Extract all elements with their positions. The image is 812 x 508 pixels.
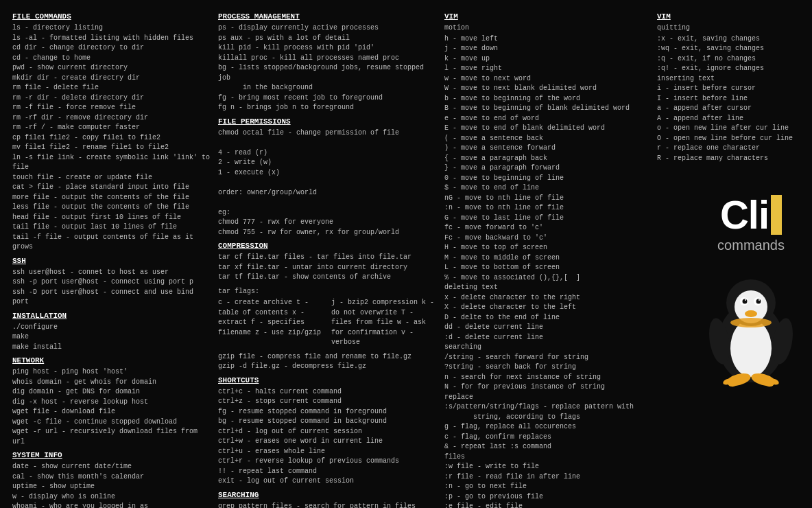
system-info-title: SYSTEM INFO bbox=[12, 451, 211, 459]
network-section: NETWORK ping host - ping host 'host' who… bbox=[12, 356, 211, 447]
gzip-content: gzip file - compress file and rename to … bbox=[218, 352, 438, 372]
process-management-title: PROCESS MANAGEMENT bbox=[218, 12, 438, 21]
searching-title: SEARCHING bbox=[218, 491, 438, 499]
ssh-content: ssh user@host - connet to host as user s… bbox=[12, 268, 211, 308]
svg-point-8 bbox=[745, 299, 746, 301]
cli-logo-area: Cli commands bbox=[657, 195, 812, 253]
process-management-section: PROCESS MANAGEMENT ps - display currentl… bbox=[218, 12, 438, 113]
installation-section: INSTALLATION ./configure make make insta… bbox=[12, 312, 211, 353]
svg-point-1 bbox=[730, 319, 772, 377]
svg-point-10 bbox=[745, 310, 757, 317]
column-4: VIM quitting :x - exit, saving changes :… bbox=[657, 12, 812, 508]
cli-logo-text: Cli bbox=[720, 195, 782, 235]
searching-section: SEARCHING grep pattern files - search fo… bbox=[218, 491, 438, 509]
svg-point-6 bbox=[743, 299, 748, 304]
column-3: VIM motion h - move left j - move down k… bbox=[444, 12, 650, 508]
svg-point-7 bbox=[756, 299, 761, 304]
compression-section: COMPRESSION tar cf file.tar files - tar … bbox=[218, 242, 438, 283]
file-commands-content: ls - directory listing ls -al - formatte… bbox=[12, 23, 211, 253]
tar-flags-section: tar flags: c - create archive t - table … bbox=[218, 287, 438, 348]
compression-content: tar cf file.tar files - tar files into f… bbox=[218, 253, 438, 283]
file-commands-title: FILE COMMANDS bbox=[12, 12, 211, 21]
vim-motion-subtitle: motion bbox=[444, 23, 650, 34]
network-content: ping host - ping host 'host' whois domai… bbox=[12, 367, 211, 447]
file-commands-section: FILE COMMANDS ls - directory listing ls … bbox=[12, 12, 211, 253]
svg-point-19 bbox=[730, 318, 772, 327]
column-2: PROCESS MANAGEMENT ps - display currentl… bbox=[218, 12, 438, 508]
column-1: FILE COMMANDS ls - directory listing ls … bbox=[12, 12, 211, 508]
tar-flags-grid: c - create archive t - table of contents… bbox=[218, 298, 438, 348]
shortcuts-section: SHORTCUTS ctrl+c - halts current command… bbox=[218, 376, 438, 487]
searching-content: grep pattern files - search for pattern … bbox=[218, 502, 438, 509]
ssh-section: SSH ssh user@host - connet to host as us… bbox=[12, 257, 211, 308]
process-management-content: ps - display currently active processes … bbox=[218, 23, 438, 113]
vim-quitting-subtitle: quitting bbox=[657, 23, 812, 34]
network-title: NETWORK bbox=[12, 356, 211, 365]
file-permissions-section: FILE PERMISSIONS chmod octal file - chan… bbox=[218, 117, 438, 238]
installation-title: INSTALLATION bbox=[12, 312, 211, 320]
compression-title: COMPRESSION bbox=[218, 242, 438, 250]
file-permissions-title: FILE PERMISSIONS bbox=[218, 117, 438, 126]
vim-motion-title: VIM bbox=[444, 12, 650, 21]
cli-cursor bbox=[771, 195, 782, 235]
penguin-svg bbox=[696, 260, 806, 391]
vim-quitting-section: VIM quitting :x - exit, saving changes :… bbox=[657, 12, 812, 163]
vim-quitting-content: :x - exit, saving changes :wq - exit, sa… bbox=[657, 34, 812, 164]
system-info-section: SYSTEM INFO date - show current date/tim… bbox=[12, 451, 211, 508]
file-permissions-content: chmod octal file - change permission of … bbox=[218, 128, 438, 238]
vim-motion-section: VIM motion h - move left j - move down k… bbox=[444, 12, 650, 508]
shortcuts-title: SHORTCUTS bbox=[218, 376, 438, 384]
system-info-content: date - show current date/time cal - show… bbox=[12, 462, 211, 508]
cli-subtext: commands bbox=[717, 238, 785, 253]
tar-flags-right: j - bzip2 compression k - do not overwri… bbox=[331, 298, 438, 348]
shortcuts-content: ctrl+c - halts current command ctrl+z - … bbox=[218, 387, 438, 487]
gzip-section: gzip file - compress file and rename to … bbox=[218, 352, 438, 372]
svg-point-9 bbox=[759, 299, 760, 301]
tar-flags-left: c - create archive t - table of contents… bbox=[218, 298, 324, 348]
vim-quitting-title: VIM bbox=[657, 12, 812, 21]
tar-flags-label: tar flags: bbox=[218, 287, 438, 297]
installation-content: ./configure make make install bbox=[12, 323, 211, 353]
penguin-graphic bbox=[657, 260, 812, 391]
vim-motion-content: h - move left j - move down k - move up … bbox=[444, 34, 650, 509]
ssh-title: SSH bbox=[12, 257, 211, 265]
